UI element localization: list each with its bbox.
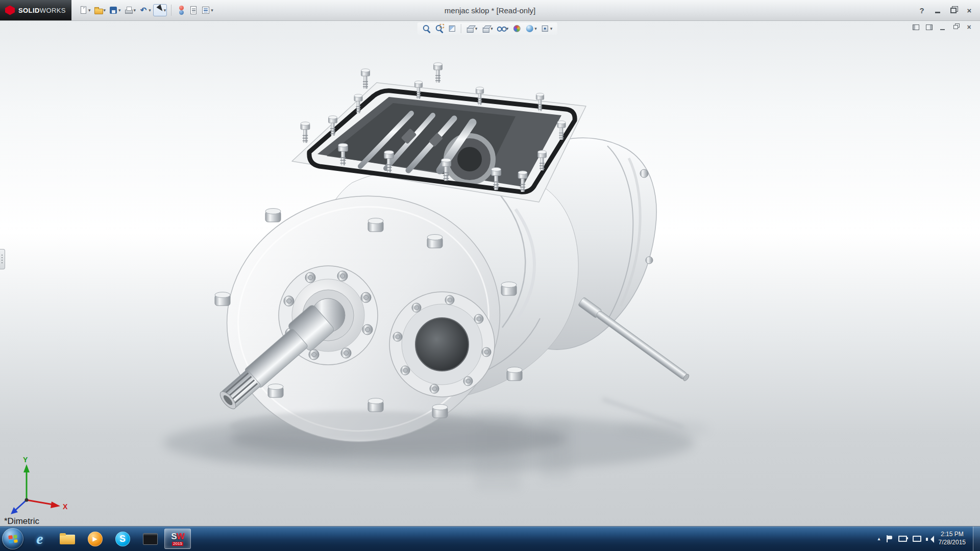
new-document-icon — [79, 6, 88, 15]
sw-letter-s: S — [171, 532, 176, 541]
chevron-down-icon[interactable]: ▾ — [149, 8, 151, 13]
windows-taskbar: e ▶ S SW 2015 ▴ 2:15 PM — [0, 526, 980, 551]
media-player-icon: ▶ — [88, 532, 103, 546]
volume-icon[interactable] — [926, 536, 933, 542]
view-settings-button[interactable]: ▾ — [540, 23, 553, 34]
gearbox-assembly[interactable] — [209, 63, 691, 461]
document-title: menjac sklop * [Read-only] — [445, 6, 535, 15]
solidworks-taskbar-icon: SW 2015 — [171, 532, 184, 546]
taskbar-item-solidworks[interactable]: SW 2015 — [164, 529, 191, 549]
logo-text-bold: SOLID — [18, 7, 40, 14]
start-button[interactable] — [2, 528, 23, 549]
chevron-down-icon[interactable]: ▾ — [118, 8, 121, 13]
taskbar-item-skype[interactable]: S — [109, 529, 136, 549]
chevron-down-icon[interactable]: ▾ — [88, 8, 91, 13]
toolbar-separator — [171, 5, 172, 16]
view-settings-icon — [541, 24, 550, 33]
doc-close-button[interactable]: × — [964, 23, 974, 31]
tray-time: 2:15 PM — [939, 531, 966, 539]
title-bar: SOLIDWORKS ▾ ▾ ▾ ▾ ↶ ▾ — [0, 0, 980, 21]
section-view-button[interactable] — [447, 23, 457, 34]
taskbar-item-windows-explorer[interactable] — [54, 529, 81, 549]
tray-expand-icon[interactable]: ▴ — [878, 536, 880, 541]
tray-date: 7/28/2015 — [939, 539, 966, 547]
skype-icon: S — [115, 532, 130, 546]
undo-button[interactable]: ↶ ▾ — [138, 4, 152, 16]
close-button[interactable]: × — [964, 5, 975, 15]
feature-manager-splitter[interactable] — [0, 249, 5, 269]
tray-device-icon[interactable] — [898, 536, 907, 542]
doc-restore-button[interactable] — [951, 23, 961, 31]
logo-text-light: WORKS — [40, 7, 66, 14]
document-window-controls: × — [911, 23, 974, 31]
chevron-down-icon[interactable]: ▾ — [491, 27, 493, 31]
window-controls: ? × — [916, 0, 975, 20]
undo-icon: ↶ — [139, 6, 148, 15]
save-icon — [109, 6, 118, 15]
pane-right-icon[interactable] — [924, 23, 934, 31]
display-style-button[interactable]: ▾ — [480, 23, 494, 34]
rebuild-icon — [177, 6, 186, 15]
zoom-to-area-icon — [435, 24, 444, 33]
file-properties-button[interactable] — [188, 4, 199, 16]
view-orientation-icon — [465, 24, 475, 33]
taskbar-item-internet-explorer[interactable]: e — [27, 529, 53, 549]
chevron-down-icon[interactable]: ▾ — [134, 8, 136, 13]
save-button[interactable]: ▾ — [108, 4, 122, 16]
hide-show-items-icon — [497, 24, 506, 33]
chevron-down-icon[interactable]: ▾ — [104, 8, 106, 13]
new-document-button[interactable]: ▾ — [78, 4, 92, 16]
action-center-flag-icon[interactable] — [886, 535, 893, 542]
hide-show-items-button[interactable]: ▾ — [496, 23, 509, 34]
section-view-icon — [448, 24, 457, 33]
apply-scene-icon — [525, 24, 534, 33]
zoom-to-fit-button[interactable] — [422, 23, 432, 34]
toolbar-separator — [461, 24, 461, 33]
show-desktop-button[interactable] — [973, 527, 980, 551]
sw-letter-w: W — [177, 532, 184, 541]
output-bearing-boss[interactable] — [389, 292, 495, 397]
rebuild-button[interactable] — [176, 4, 187, 16]
explorer-folder-icon — [60, 533, 75, 544]
console-window-icon — [143, 533, 158, 545]
options-icon — [201, 6, 210, 15]
solidworks-window: SOLIDWORKS ▾ ▾ ▾ ▾ ↶ ▾ — [0, 0, 980, 551]
view-orientation-label: *Dimetric — [4, 516, 39, 527]
edit-appearance-icon — [512, 24, 521, 33]
view-orientation-button[interactable]: ▾ — [465, 23, 478, 34]
model-canvas[interactable]: Y X — [0, 20, 980, 527]
options-button[interactable]: ▾ — [200, 4, 214, 16]
zoom-to-area-button[interactable] — [434, 23, 445, 34]
triad-y-label: Y — [23, 456, 28, 464]
top-cover-opening[interactable] — [292, 83, 586, 202]
main-toolbar: ▾ ▾ ▾ ▾ ↶ ▾ ▾ — [78, 4, 214, 16]
restore-button[interactable] — [948, 5, 959, 15]
output-shaft[interactable] — [578, 297, 691, 383]
print-icon — [124, 6, 133, 15]
open-button[interactable]: ▾ — [93, 4, 107, 16]
apply-scene-button[interactable]: ▾ — [524, 23, 537, 34]
windows-logo-icon — [8, 535, 17, 543]
orientation-triad: Y X — [11, 456, 68, 514]
print-button[interactable]: ▾ — [123, 4, 137, 16]
chevron-down-icon[interactable]: ▾ — [534, 27, 537, 31]
network-display-icon[interactable] — [913, 536, 920, 542]
chevron-down-icon[interactable]: ▾ — [211, 8, 213, 13]
select-cursor-icon — [154, 6, 163, 15]
help-button[interactable]: ? — [916, 5, 927, 15]
taskbar-item-console[interactable] — [137, 529, 163, 549]
select-button[interactable]: ▾ — [153, 4, 167, 16]
doc-minimize-button[interactable] — [938, 23, 947, 31]
triad-x-label: X — [63, 503, 68, 511]
chevron-down-icon[interactable]: ▾ — [550, 27, 553, 31]
pane-left-icon[interactable] — [911, 23, 921, 31]
edit-appearance-button[interactable] — [511, 23, 522, 34]
taskbar-item-media-player[interactable]: ▶ — [82, 529, 108, 549]
tray-clock[interactable]: 2:15 PM 7/28/2015 — [939, 531, 966, 546]
graphics-area[interactable]: Y X ▾ ▾ ▾ — [0, 20, 980, 527]
minimize-button[interactable] — [932, 5, 943, 15]
open-folder-icon — [94, 6, 103, 15]
file-properties-icon — [189, 6, 198, 15]
solidworks-logo-text: SOLIDWORKS — [18, 7, 66, 14]
chevron-down-icon[interactable]: ▾ — [475, 27, 478, 31]
